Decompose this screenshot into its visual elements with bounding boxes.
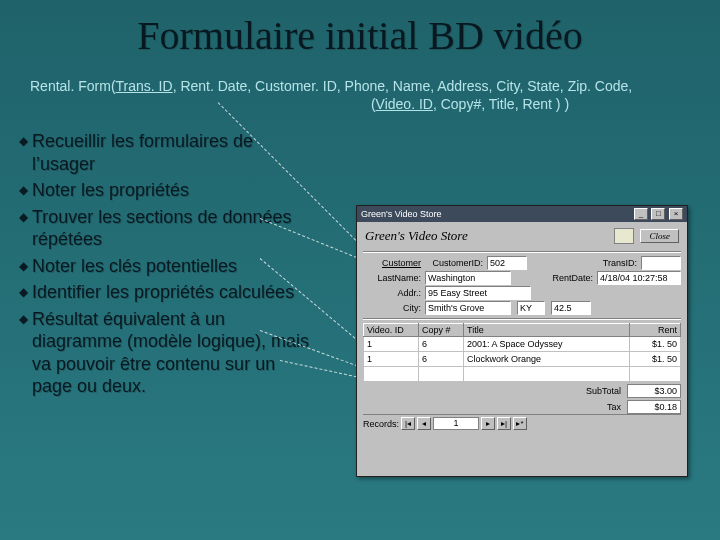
zip-field[interactable]: 42.5 bbox=[551, 301, 591, 315]
bullet-icon: ◆ bbox=[14, 308, 32, 326]
record-position[interactable]: 1 bbox=[433, 417, 479, 430]
customer-id-field[interactable]: 502 bbox=[487, 256, 527, 270]
col-title[interactable]: Title bbox=[464, 324, 630, 337]
minimize-icon[interactable]: _ bbox=[634, 208, 648, 220]
bullet-text: Trouver les sections de données répétées bbox=[32, 206, 314, 251]
records-label: Records: bbox=[363, 419, 399, 429]
bullet-text: Identifier les propriétés calculées bbox=[32, 281, 294, 304]
table-row[interactable] bbox=[364, 367, 681, 382]
bullet-text: Recueillir les formulaires de l’usager bbox=[32, 130, 314, 175]
cell[interactable]: 2001: A Space Odyssey bbox=[464, 337, 630, 352]
schema-line2-rest: , Copy#, Title, Rent ) ) bbox=[433, 96, 569, 112]
app-header-title: Green's Video Store bbox=[365, 228, 468, 244]
cell[interactable] bbox=[630, 367, 681, 382]
rent-date-label: RentDate: bbox=[535, 273, 597, 283]
bullet-icon: ◆ bbox=[14, 255, 32, 273]
col-video-id[interactable]: Video. ID bbox=[364, 324, 419, 337]
cell[interactable]: 6 bbox=[419, 337, 464, 352]
state-field[interactable]: KY bbox=[517, 301, 545, 315]
col-rent[interactable]: Rent bbox=[630, 324, 681, 337]
col-copy[interactable]: Copy # bbox=[419, 324, 464, 337]
trans-id-field[interactable] bbox=[641, 256, 681, 270]
subtotal-label: SubTotal bbox=[586, 386, 621, 396]
subtotal-value: $3.00 bbox=[627, 384, 681, 398]
customer-section-label: Customer bbox=[363, 258, 425, 268]
list-item: ◆Identifier les propriétés calculées bbox=[14, 281, 314, 304]
cell[interactable]: $1. 50 bbox=[630, 337, 681, 352]
address-label: Addr.: bbox=[363, 288, 425, 298]
window-title: Green's Video Store bbox=[361, 209, 442, 219]
city-field[interactable]: Smith's Grove bbox=[425, 301, 511, 315]
bullet-text: Noter les clés potentielles bbox=[32, 255, 237, 278]
slide-title: Formulaire initial BD vidéo bbox=[0, 12, 720, 59]
bullet-icon: ◆ bbox=[14, 179, 32, 197]
cell[interactable]: 6 bbox=[419, 352, 464, 367]
bullet-text: Résultat équivalent à un diagramme (modè… bbox=[32, 308, 314, 398]
maximize-icon[interactable]: □ bbox=[651, 208, 665, 220]
city-label: City: bbox=[363, 303, 425, 313]
list-item: ◆Noter les propriétés bbox=[14, 179, 314, 202]
cell[interactable]: $1. 50 bbox=[630, 352, 681, 367]
list-item: ◆Trouver les sections de données répétée… bbox=[14, 206, 314, 251]
schema-text: Rental. Form(Trans. ID, Rent. Date, Cust… bbox=[30, 78, 690, 113]
trans-id-label: TransID: bbox=[579, 258, 641, 268]
cell[interactable]: Clockwork Orange bbox=[464, 352, 630, 367]
tax-value: $0.18 bbox=[627, 400, 681, 414]
close-button[interactable]: Close bbox=[640, 229, 679, 243]
nav-first-icon[interactable]: |◂ bbox=[401, 417, 415, 430]
close-icon[interactable]: × bbox=[669, 208, 683, 220]
schema-line1-pre: Rental. Form( bbox=[30, 78, 116, 94]
nav-next-icon[interactable]: ▸ bbox=[481, 417, 495, 430]
cell[interactable]: 1 bbox=[364, 352, 419, 367]
bullet-icon: ◆ bbox=[14, 281, 32, 299]
schema-line1-key: Trans. ID bbox=[116, 78, 173, 94]
schema-line1-rest: , Rent. Date, Customer. ID, Phone, Name,… bbox=[173, 78, 633, 94]
customer-id-label: CustomerID: bbox=[425, 258, 487, 268]
cell[interactable] bbox=[419, 367, 464, 382]
list-item: ◆Résultat équivalent à un diagramme (mod… bbox=[14, 308, 314, 398]
cell[interactable] bbox=[464, 367, 630, 382]
schema-line2-key: Video. ID bbox=[376, 96, 433, 112]
window-titlebar: Green's Video Store _ □ × bbox=[357, 206, 687, 222]
table-row[interactable]: 1 6 2001: A Space Odyssey $1. 50 bbox=[364, 337, 681, 352]
rental-table: Video. ID Copy # Title Rent 1 6 2001: A … bbox=[363, 323, 681, 382]
rent-date-field[interactable]: 4/18/04 10:27:58 bbox=[597, 271, 681, 285]
bullet-icon: ◆ bbox=[14, 130, 32, 148]
bullet-icon: ◆ bbox=[14, 206, 32, 224]
last-name-label: LastName: bbox=[363, 273, 425, 283]
cell[interactable] bbox=[364, 367, 419, 382]
nav-last-icon[interactable]: ▸| bbox=[497, 417, 511, 430]
nav-prev-icon[interactable]: ◂ bbox=[417, 417, 431, 430]
nav-new-icon[interactable]: ▸* bbox=[513, 417, 527, 430]
app-window: Green's Video Store _ □ × Green's Video … bbox=[356, 205, 688, 477]
table-row[interactable]: 1 6 Clockwork Orange $1. 50 bbox=[364, 352, 681, 367]
address-field[interactable]: 95 Easy Street bbox=[425, 286, 531, 300]
bullet-text: Noter les propriétés bbox=[32, 179, 189, 202]
logo-icon bbox=[614, 228, 634, 244]
last-name-field[interactable]: Washington bbox=[425, 271, 511, 285]
cell[interactable]: 1 bbox=[364, 337, 419, 352]
tax-label: Tax bbox=[607, 402, 621, 412]
